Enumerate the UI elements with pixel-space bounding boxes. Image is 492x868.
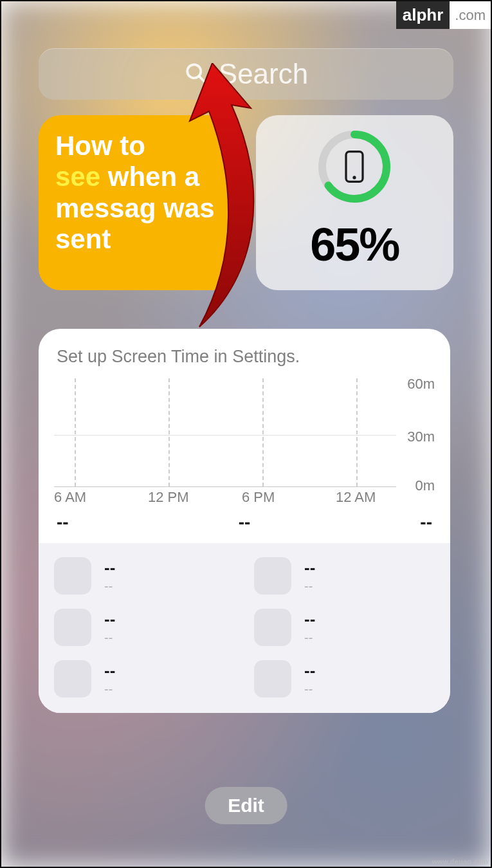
app-icon bbox=[54, 660, 91, 697]
search-bar[interactable]: Search bbox=[39, 48, 453, 100]
list-item: ---- bbox=[254, 557, 435, 595]
phone-icon bbox=[316, 128, 393, 205]
list-item: ---- bbox=[254, 660, 435, 697]
watermark-footer: www.deuaq.com bbox=[432, 858, 488, 865]
svg-point-5 bbox=[353, 176, 356, 179]
screentime-xlabels: 6 AM 12 PM 6 PM 12 AM bbox=[54, 489, 435, 506]
list-item: ---- bbox=[254, 609, 435, 646]
app-icon bbox=[54, 557, 91, 595]
search-icon bbox=[184, 61, 207, 87]
screentime-widget[interactable]: Set up Screen Time in Settings. 60m 30m … bbox=[39, 329, 450, 713]
list-item: ---- bbox=[54, 557, 235, 595]
app-icon bbox=[254, 557, 291, 595]
watermark-alphr: alphr.com bbox=[396, 1, 491, 29]
svg-line-1 bbox=[199, 77, 205, 82]
battery-percent: 65% bbox=[310, 218, 399, 271]
edit-button[interactable]: Edit bbox=[205, 787, 287, 824]
app-icon bbox=[54, 609, 91, 646]
battery-widget[interactable]: 65% bbox=[256, 115, 453, 290]
screentime-title: Set up Screen Time in Settings. bbox=[39, 329, 450, 372]
screentime-app-list: ---- ---- ---- ---- ---- bbox=[54, 557, 435, 697]
list-item: ---- bbox=[54, 660, 235, 697]
app-icon bbox=[254, 660, 291, 697]
list-item: ---- bbox=[54, 609, 235, 646]
notes-widget[interactable]: How to see when a messag was sent bbox=[39, 115, 237, 290]
search-placeholder: Search bbox=[219, 58, 308, 90]
screentime-category-summary: -- -- -- bbox=[57, 512, 432, 533]
app-icon bbox=[254, 609, 291, 646]
battery-ring bbox=[316, 128, 393, 205]
screentime-chart: 60m 30m 0m bbox=[54, 378, 435, 488]
notes-widget-text: How to see when a messag was sent bbox=[55, 131, 220, 255]
